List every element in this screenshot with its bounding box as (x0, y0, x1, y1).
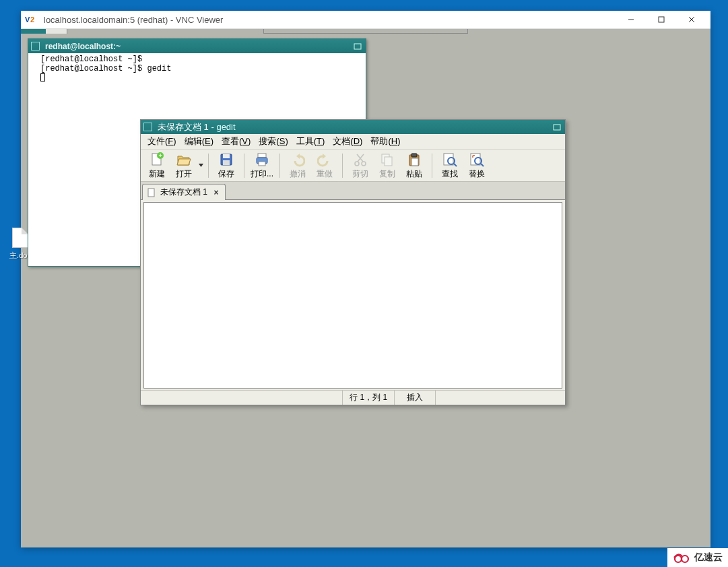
terminal-titlebar[interactable]: redhat@localhost:~ (28, 39, 366, 53)
terminal-cursor (40, 73, 45, 81)
undo-icon (290, 152, 306, 168)
open-folder-icon (176, 152, 192, 168)
maximize-button[interactable] (646, 11, 676, 28)
gedit-tab-label: 未保存文档 1 (160, 187, 207, 198)
remote-panel-fragment2 (46, 29, 67, 34)
svg-line-4 (689, 17, 694, 22)
watermark: 亿速云 (667, 548, 728, 567)
remote-desktop[interactable]: 主.doc redhat@localhost:~ [redhat@localho… (21, 29, 710, 547)
menu-help[interactable]: 帮助(H) (366, 134, 404, 149)
toolbar-save-button[interactable]: 保存 (213, 151, 240, 180)
svg-point-34 (682, 556, 688, 562)
gedit-statusbar: 行 1，列 1 插入 (141, 390, 565, 405)
toolbar-label: 重做 (317, 168, 333, 180)
toolbar-replace-button[interactable]: 替换 (463, 151, 490, 180)
svg-line-28 (454, 164, 457, 166)
svg-rect-24 (411, 154, 417, 157)
menu-search[interactable]: 搜索(S) (255, 134, 292, 149)
menu-view[interactable]: 查看(V) (218, 134, 255, 149)
toolbar-undo-button: 撤消 (284, 151, 311, 180)
gedit-window[interactable]: 未保存文档 1 - gedit 文件(F) 编辑(E) 查看(V) 搜索(S) … (140, 119, 566, 405)
terminal-maximize-icon[interactable] (352, 42, 363, 51)
close-button[interactable] (676, 11, 706, 28)
toolbar-redo-button: 重做 (311, 151, 338, 180)
vnc-title: localhost.localdomain:5 (redhat) - VNC V… (44, 15, 616, 25)
resize-grip[interactable] (436, 391, 446, 405)
gedit-title-doc: 未保存文档 1 (158, 122, 209, 132)
svg-line-20 (357, 154, 363, 162)
watermark-text: 亿速云 (694, 552, 723, 564)
cut-icon (352, 152, 368, 168)
toolbar-cut-button: 剪切 (347, 151, 374, 180)
gedit-menubar: 文件(F) 编辑(E) 查看(V) 搜索(S) 工具(T) 文档(D) 帮助(H… (141, 134, 565, 149)
terminal-line: [redhat@localhost ~]$ (40, 55, 142, 64)
toolbar-open-dropdown[interactable] (197, 151, 204, 180)
terminal-icon (31, 42, 40, 51)
toolbar-label: 粘贴 (406, 168, 422, 180)
svg-line-5 (689, 17, 694, 22)
find-icon (442, 152, 458, 168)
gedit-tabs: 未保存文档 1 × (141, 182, 565, 200)
svg-rect-3 (659, 17, 664, 22)
svg-point-18 (362, 162, 366, 166)
toolbar-paste-button[interactable]: 粘贴 (401, 151, 428, 180)
gedit-tab[interactable]: 未保存文档 1 × (142, 184, 226, 200)
new-file-icon: + (149, 152, 165, 168)
gedit-title: 未保存文档 1 - gedit (158, 121, 552, 133)
svg-rect-16 (259, 162, 265, 166)
document-icon (147, 188, 156, 197)
toolbar-label: 新建 (149, 168, 165, 180)
minimize-button[interactable] (616, 11, 646, 28)
remote-panel-fragment3 (263, 29, 468, 34)
watermark-logo-icon (673, 552, 692, 564)
vnc-window-controls (616, 11, 706, 28)
svg-rect-32 (148, 189, 154, 197)
gedit-titlebar[interactable]: 未保存文档 1 - gedit (141, 120, 565, 134)
vnc-logo-icon: V2 (25, 14, 38, 25)
status-insert-mode: 插入 (395, 391, 436, 405)
toolbar-find-button[interactable]: 查找 (436, 151, 463, 180)
menu-file[interactable]: 文件(F) (143, 134, 180, 149)
print-icon (254, 152, 270, 168)
toolbar-label: 保存 (218, 168, 234, 180)
toolbar-print-button[interactable]: 打印... (249, 151, 275, 180)
svg-text:V: V (25, 15, 30, 24)
svg-point-17 (355, 162, 359, 166)
terminal-title: redhat@localhost:~ (45, 42, 351, 51)
remote-panel-fragment (21, 29, 46, 34)
menu-tools[interactable]: 工具(T) (292, 134, 329, 149)
status-left (141, 391, 343, 405)
svg-text:2: 2 (30, 15, 34, 24)
svg-rect-25 (411, 158, 418, 166)
toolbar-open-button[interactable]: 打开 (170, 151, 197, 180)
gedit-maximize-icon[interactable] (552, 123, 562, 132)
status-cursor-pos: 行 1，列 1 (343, 391, 395, 405)
tab-close-icon[interactable]: × (211, 188, 221, 197)
toolbar-new-button[interactable]: + 新建 (143, 151, 170, 180)
copy-icon (379, 152, 395, 168)
svg-rect-13 (223, 160, 230, 165)
gedit-editor-area[interactable] (143, 202, 562, 389)
svg-line-31 (481, 164, 484, 166)
save-icon (218, 152, 234, 168)
toolbar-label: 查找 (442, 168, 458, 180)
svg-rect-12 (223, 154, 230, 158)
replace-icon (469, 152, 485, 168)
svg-text:+: + (159, 152, 162, 159)
gedit-title-app: - gedit (209, 122, 236, 132)
toolbar-label: 剪切 (352, 168, 368, 180)
toolbar-label: 复制 (379, 168, 395, 180)
toolbar-label: 撤消 (290, 168, 306, 180)
svg-rect-22 (385, 157, 392, 166)
vnc-viewer-window: V2 localhost.localdomain:5 (redhat) - VN… (21, 11, 710, 547)
toolbar-label: 替换 (469, 168, 485, 180)
gedit-window-icon (143, 123, 152, 131)
vnc-titlebar[interactable]: V2 localhost.localdomain:5 (redhat) - VN… (21, 11, 710, 29)
svg-rect-14 (258, 154, 266, 158)
menu-edit[interactable]: 编辑(E) (180, 134, 218, 149)
terminal-line: [redhat@localhost ~]$ gedit (40, 64, 171, 73)
svg-rect-7 (554, 125, 560, 130)
menu-documents[interactable]: 文档(D) (329, 134, 366, 149)
toolbar-label: 打印... (251, 168, 273, 180)
toolbar-label: 打开 (176, 168, 192, 180)
